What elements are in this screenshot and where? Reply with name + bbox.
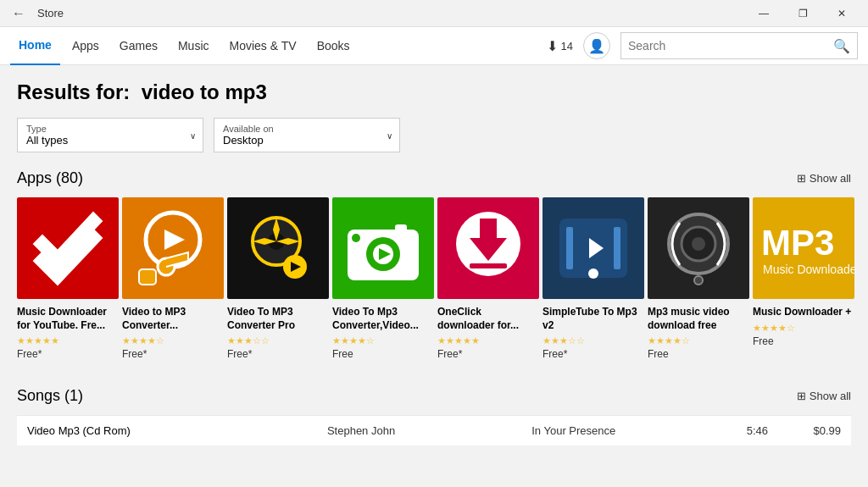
app-stars: ★★★★★ xyxy=(17,335,119,346)
type-filter-arrow: ∨ xyxy=(190,130,196,140)
app-stars: ★★★☆☆ xyxy=(227,335,329,346)
svg-text:Music Downloader: Music Downloader xyxy=(763,263,854,276)
song-title: Video Mp3 (Cd Rom) xyxy=(27,424,270,437)
results-title: Results for: video to mp3 xyxy=(17,80,851,104)
nav-bar: Home Apps Games Music Movies & TV Books … xyxy=(0,27,868,65)
svg-rect-7 xyxy=(139,269,156,285)
app-stars: ★★★☆☆ xyxy=(542,335,644,346)
app-icon xyxy=(332,197,434,299)
platform-filter-label: Available on xyxy=(223,124,391,134)
app-icon xyxy=(17,197,119,299)
app-name: Video To Mp3 Converter,Video... xyxy=(332,306,434,332)
app-price: Free xyxy=(648,348,749,360)
nav-games[interactable]: Games xyxy=(111,27,166,65)
app-price: Free xyxy=(332,348,434,360)
songs-list: Video Mp3 (Cd Rom) Stephen John In Your … xyxy=(17,415,851,445)
song-row[interactable]: Video Mp3 (Cd Rom) Stephen John In Your … xyxy=(17,415,851,445)
app-card[interactable]: OneClick downloader for... ★★★★★ Free* xyxy=(437,197,542,367)
nav-links: Home Apps Games Music Movies & TV Books xyxy=(10,27,547,65)
nav-books[interactable]: Books xyxy=(309,27,359,65)
svg-rect-22 xyxy=(480,219,497,244)
app-price: Free* xyxy=(437,348,539,360)
main-content: Results for: video to mp3 Type All types… xyxy=(0,65,868,487)
type-filter[interactable]: Type All types ∨ xyxy=(17,118,203,152)
songs-section-title: Songs (1) xyxy=(17,387,83,405)
app-icon xyxy=(437,197,539,299)
search-input[interactable] xyxy=(621,39,826,53)
songs-section-header: Songs (1) ⊞ Show all xyxy=(17,387,851,405)
svg-point-29 xyxy=(588,268,598,279)
app-name: Video To MP3 Converter Pro xyxy=(227,306,329,332)
download-count: 14 xyxy=(561,40,573,53)
app-name: Music Downloader + xyxy=(753,306,854,319)
app-card[interactable]: Music Downloader for YouTube. Fre... ★★★… xyxy=(17,197,122,367)
maximize-button[interactable]: ❐ xyxy=(783,0,822,27)
close-button[interactable]: ✕ xyxy=(822,0,861,27)
app-stars: ★★★★☆ xyxy=(648,335,749,346)
user-icon: 👤 xyxy=(588,38,605,54)
type-filter-value: All types xyxy=(26,134,194,147)
svg-point-34 xyxy=(694,276,703,285)
svg-text:MP3: MP3 xyxy=(761,223,834,263)
song-price: $0.99 xyxy=(768,424,841,437)
app-name: Music Downloader for YouTube. Fre... xyxy=(17,306,119,332)
app-icon: MP3 Music Downloader xyxy=(753,197,854,299)
app-price: Free* xyxy=(542,348,644,360)
nav-right: ⬇ 14 👤 🔍 xyxy=(547,32,858,59)
app-price: Free* xyxy=(17,348,119,360)
search-button[interactable]: 🔍 xyxy=(826,32,857,59)
back-button[interactable]: ← xyxy=(7,2,31,25)
svg-rect-28 xyxy=(614,227,620,269)
app-card[interactable]: SimpleTube To Mp3 v2 ★★★☆☆ Free* xyxy=(542,197,648,367)
svg-point-33 xyxy=(692,237,705,251)
nav-apps[interactable]: Apps xyxy=(64,27,108,65)
svg-rect-27 xyxy=(566,227,573,269)
songs-show-all-button[interactable]: ⊞ Show all xyxy=(797,390,851,402)
app-icon xyxy=(122,197,224,299)
app-name: OneClick downloader for... xyxy=(437,306,539,332)
nav-movies[interactable]: Movies & TV xyxy=(221,27,305,65)
nav-music[interactable]: Music xyxy=(170,27,218,65)
app-card[interactable]: Mp3 music video download free ★★★★☆ Free xyxy=(648,197,753,367)
app-name: SimpleTube To Mp3 v2 xyxy=(542,306,644,332)
app-card[interactable]: Video to MP3 Converter... ★★★★☆ Free* xyxy=(122,197,227,367)
window-controls: — ❐ ✕ xyxy=(744,0,861,27)
song-artist: Stephen John xyxy=(270,424,453,437)
title-bar: ← Store — ❐ ✕ xyxy=(0,0,868,27)
app-card[interactable]: Video To Mp3 Converter,Video... ★★★★☆ Fr… xyxy=(332,197,437,367)
search-box: 🔍 xyxy=(620,32,858,59)
svg-rect-17 xyxy=(395,224,407,236)
svg-point-18 xyxy=(352,234,360,242)
app-card[interactable]: Video To MP3 Converter Pro ★★★☆☆ Free* xyxy=(227,197,332,367)
app-icon xyxy=(227,197,329,299)
app-stars: ★★★★☆ xyxy=(122,335,224,346)
platform-filter-value: Desktop xyxy=(223,134,391,147)
minimize-button[interactable]: — xyxy=(744,0,783,27)
apps-section-title: Apps (80) xyxy=(17,169,83,187)
app-stars: ★★★★★ xyxy=(437,335,539,346)
app-icon xyxy=(648,197,749,299)
user-button[interactable]: 👤 xyxy=(583,32,610,59)
platform-filter-arrow: ∨ xyxy=(387,130,392,140)
app-title: Store xyxy=(37,7,64,19)
filters: Type All types ∨ Available on Desktop ∨ xyxy=(17,118,851,152)
apps-show-all-button[interactable]: ⊞ Show all xyxy=(797,172,851,185)
download-button[interactable]: ⬇ 14 xyxy=(547,38,573,54)
app-name: Video to MP3 Converter... xyxy=(122,306,224,332)
apps-grid: Music Downloader for YouTube. Fre... ★★★… xyxy=(17,197,851,367)
app-stars: ★★★★☆ xyxy=(332,335,434,346)
app-price: Free* xyxy=(122,348,224,360)
apps-section-header: Apps (80) ⊞ Show all xyxy=(17,169,851,187)
app-price: Free xyxy=(753,335,854,347)
app-card[interactable]: MP3 Music Downloader Music Downloader + … xyxy=(753,197,858,367)
song-album: In Your Presence xyxy=(452,424,695,437)
nav-home[interactable]: Home xyxy=(10,27,60,65)
app-price: Free* xyxy=(227,348,329,360)
app-icon xyxy=(542,197,644,299)
download-icon: ⬇ xyxy=(547,38,558,54)
platform-filter[interactable]: Available on Desktop ∨ xyxy=(214,118,400,152)
app-stars: ★★★★☆ xyxy=(753,323,854,334)
svg-rect-23 xyxy=(470,263,507,268)
song-duration: 5:46 xyxy=(695,424,768,437)
type-filter-label: Type xyxy=(26,124,194,134)
